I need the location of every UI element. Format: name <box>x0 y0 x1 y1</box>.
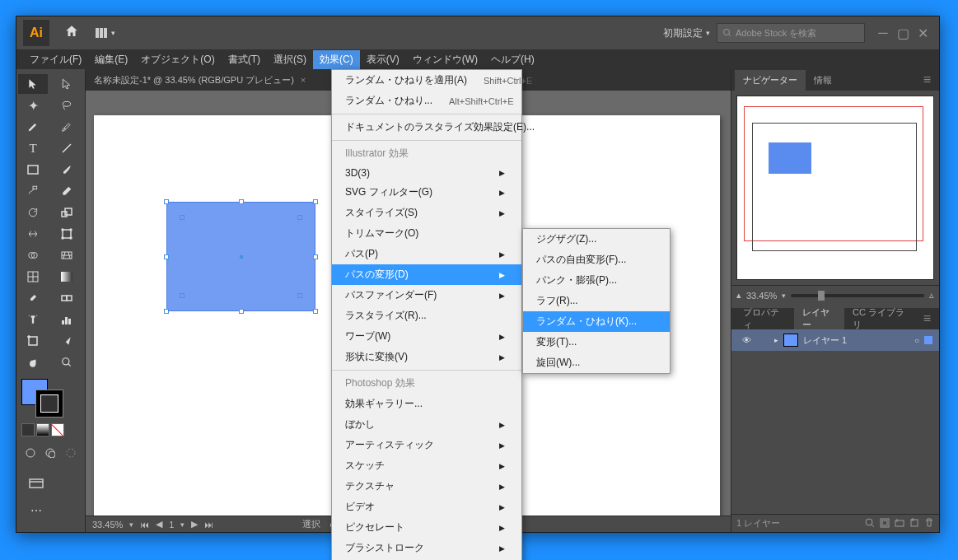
effect-3d[interactable]: 3D(3)▶ <box>332 164 521 182</box>
menu-view[interactable]: 表示(V) <box>360 50 406 69</box>
effect-gallery[interactable]: 効果ギャラリー... <box>332 394 521 414</box>
submenu-transform[interactable]: 変形(T)... <box>523 332 670 352</box>
nav-last-icon[interactable]: ⏭ <box>204 520 213 530</box>
shape-builder-tool[interactable] <box>18 245 48 265</box>
eraser-tool[interactable] <box>52 181 82 201</box>
submenu-free-distort[interactable]: パスの自由変形(F)... <box>523 250 670 270</box>
line-tool[interactable] <box>52 138 82 158</box>
new-layer-icon[interactable] <box>909 518 919 530</box>
stroke-swatch[interactable] <box>36 390 63 417</box>
none-swatch[interactable] <box>51 423 64 436</box>
home-icon[interactable] <box>64 24 79 42</box>
curvature-tool[interactable] <box>52 117 82 137</box>
make-clipping-mask-icon[interactable] <box>880 518 890 530</box>
tab-navigator[interactable]: ナビゲーター <box>735 70 806 91</box>
screen-mode-icon[interactable] <box>21 474 51 494</box>
menu-type[interactable]: 書式(T) <box>222 50 267 69</box>
layers-panel-menu-icon[interactable]: ≡ <box>918 311 936 326</box>
nav-zoom-in-icon[interactable]: ▵ <box>929 290 934 301</box>
submenu-twist[interactable]: 旋回(W)... <box>523 352 670 373</box>
effect-crop-marks[interactable]: トリムマーク(O) <box>332 223 521 244</box>
shaper-tool[interactable] <box>18 181 48 201</box>
hand-tool[interactable] <box>18 352 48 372</box>
effect-rasterize[interactable]: ラスタライズ(R)... <box>332 306 521 326</box>
effect-texture[interactable]: テクスチャ▶ <box>332 476 521 497</box>
gradient-tool[interactable] <box>52 267 82 287</box>
slice-tool[interactable] <box>52 331 82 351</box>
minimize-button[interactable]: ─ <box>873 25 893 41</box>
panel-menu-icon[interactable]: ≡ <box>918 72 936 87</box>
effect-path[interactable]: パス(P)▶ <box>332 244 521 264</box>
layer-row[interactable]: 👁 ▸ レイヤー 1 ○ <box>731 329 939 351</box>
effect-sketch[interactable]: スケッチ▶ <box>332 455 521 476</box>
visibility-icon[interactable]: 👁 <box>738 335 755 345</box>
raster-settings[interactable]: ドキュメントのラスタライズ効果設定(E)... <box>332 117 521 138</box>
apply-last-effect[interactable]: ランダム・ひねりを適用(A) Shift+Ctrl+E <box>332 70 521 91</box>
last-effect[interactable]: ランダム・ひねり... Alt+Shift+Ctrl+E <box>332 91 521 111</box>
selection-tool[interactable] <box>18 74 48 94</box>
submenu-pucker-bloat[interactable]: パンク・膨張(P)... <box>523 270 670 291</box>
menu-select[interactable]: 選択(S) <box>267 50 313 69</box>
effect-stylize[interactable]: スタイライズ(S)▶ <box>332 203 521 223</box>
submenu-zigzag[interactable]: ジグザグ(Z)... <box>523 229 670 250</box>
width-tool[interactable] <box>18 224 48 244</box>
menu-object[interactable]: オブジェクト(O) <box>134 50 221 69</box>
maximize-button[interactable]: ▢ <box>893 25 913 41</box>
menu-help[interactable]: ヘルプ(H) <box>484 50 541 69</box>
effect-convert-shape[interactable]: 形状に変換(V)▶ <box>332 347 521 367</box>
nav-zoom-dropdown-icon[interactable]: ▾ <box>782 292 786 300</box>
navigator-preview[interactable] <box>736 96 934 280</box>
effect-brush-strokes[interactable]: ブラシストローク▶ <box>332 538 521 558</box>
mesh-tool[interactable] <box>18 267 48 287</box>
nav-first-icon[interactable]: ⏮ <box>140 520 149 530</box>
effect-video[interactable]: ビデオ▶ <box>332 497 521 517</box>
nav-zoom-out-icon[interactable]: ▴ <box>736 290 741 301</box>
effect-svg-filters[interactable]: SVG フィルター(G)▶ <box>332 182 521 203</box>
submenu-roughen[interactable]: ラフ(R)... <box>523 291 670 311</box>
rotate-tool[interactable] <box>18 203 48 222</box>
nav-next-icon[interactable]: ▶ <box>191 519 198 530</box>
nav-prev-icon[interactable]: ◀ <box>156 519 162 530</box>
perspective-tool[interactable] <box>52 245 82 265</box>
effect-pathfinder[interactable]: パスファインダー(F)▶ <box>332 285 521 306</box>
color-swatch[interactable] <box>21 423 35 436</box>
effect-blur[interactable]: ぼかし▶ <box>332 414 521 435</box>
nav-zoom-slider[interactable] <box>791 294 924 297</box>
page-number[interactable]: 1 <box>169 520 174 530</box>
artboard-tool[interactable] <box>18 331 48 351</box>
type-tool[interactable]: T <box>18 138 48 158</box>
new-sublayer-icon[interactable] <box>895 518 904 530</box>
edit-toolbar-icon[interactable]: ⋯ <box>21 501 51 520</box>
submenu-tweak[interactable]: ランダム・ひねり(K)... <box>523 311 670 332</box>
menu-window[interactable]: ウィンドウ(W) <box>406 50 484 69</box>
menu-edit[interactable]: 編集(E) <box>88 50 134 69</box>
magic-wand-tool[interactable]: ✦ <box>18 96 48 115</box>
scale-tool[interactable] <box>52 203 82 222</box>
effect-distort-transform[interactable]: パスの変形(D)▶ <box>332 264 521 285</box>
pen-tool[interactable] <box>18 117 48 137</box>
page-dropdown-icon[interactable]: ▾ <box>180 520 185 529</box>
locate-layer-icon[interactable] <box>865 518 875 530</box>
delete-layer-icon[interactable] <box>924 518 934 530</box>
eyedropper-tool[interactable] <box>18 288 48 308</box>
draw-normal-icon[interactable] <box>21 443 40 463</box>
gradient-swatch[interactable] <box>36 423 49 436</box>
symbol-sprayer-tool[interactable] <box>18 310 48 329</box>
draw-behind-icon[interactable] <box>41 443 59 463</box>
rectangle-tool[interactable] <box>18 160 48 180</box>
close-tab-icon[interactable]: × <box>301 75 306 85</box>
blend-tool[interactable] <box>52 288 82 308</box>
effect-artistic[interactable]: アーティスティック▶ <box>332 435 521 455</box>
menu-file[interactable]: ファイル(F) <box>23 50 88 69</box>
layer-expand-icon[interactable]: ▸ <box>774 336 778 344</box>
effect-warp[interactable]: ワープ(W)▶ <box>332 326 521 347</box>
selected-rectangle[interactable] <box>166 202 315 311</box>
arrangement-icon[interactable]: ▾ <box>96 28 115 38</box>
workspace-switcher[interactable]: 初期設定 ▾ <box>663 26 710 40</box>
zoom-readout[interactable]: 33.45% <box>92 520 123 530</box>
brush-tool[interactable] <box>52 160 82 180</box>
draw-inside-icon[interactable] <box>62 443 80 463</box>
free-transform-tool[interactable] <box>52 224 82 244</box>
zoom-tool[interactable] <box>52 352 82 372</box>
tab-info[interactable]: 情報 <box>806 70 840 91</box>
